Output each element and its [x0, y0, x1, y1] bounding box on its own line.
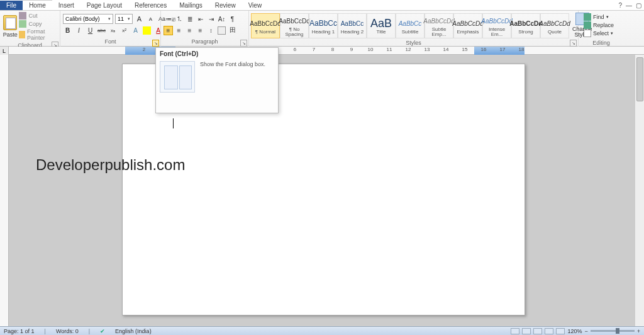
underline-button[interactable]: U [86, 26, 95, 35]
tab-mailings[interactable]: Mailings [173, 1, 209, 10]
italic-button[interactable]: I [74, 26, 84, 35]
strike-button[interactable]: abc [97, 26, 106, 35]
bold-button[interactable]: B [63, 26, 72, 35]
select-icon [584, 30, 591, 37]
style-item-strong[interactable]: AaBbCcDcStrong [511, 13, 540, 38]
style-item-subtitle[interactable]: AaBbCcSubtitle [396, 13, 425, 38]
numbering-button[interactable]: ⒈ [174, 14, 184, 24]
tab-insert[interactable]: Insert [52, 1, 80, 10]
group-paragraph: ≔ ⒈ ≣ ⇤ ⇥ A↕ ¶ ≡ ≡ ≡ ≡ ↕ 田 [161, 11, 249, 47]
shrink-font-button[interactable]: A [146, 14, 155, 24]
superscript-button[interactable]: x² [119, 26, 129, 35]
view-print-button[interactable] [511, 328, 519, 334]
paragraph-launcher[interactable]: ↘ [240, 40, 247, 47]
replace-icon [584, 21, 591, 29]
tab-page-layout[interactable]: Page Layout [80, 1, 128, 10]
font-name-combo[interactable]: Calibri (Body)▾ [63, 14, 113, 24]
tab-home[interactable]: Home [23, 0, 52, 10]
zoom-in-button[interactable]: + [637, 328, 640, 334]
font-name-value: Calibri (Body) [65, 16, 100, 22]
help-icon[interactable]: ? [618, 2, 622, 9]
style-item-heading-1[interactable]: AaBbCcHeading 1 [309, 13, 338, 38]
subscript-button[interactable]: x₂ [108, 26, 118, 35]
brush-icon [19, 31, 25, 38]
style-name-label: Quote [548, 30, 562, 35]
tab-review[interactable]: Review [209, 1, 242, 10]
paste-button[interactable]: Paste [3, 15, 18, 38]
style-item-heading-2[interactable]: AaBbCcHeading 2 [338, 13, 367, 38]
text-effects-button[interactable]: A [131, 26, 140, 35]
align-left-button[interactable]: ≡ [164, 26, 173, 35]
replace-button[interactable]: Replace [584, 21, 614, 29]
view-web-button[interactable] [533, 328, 542, 334]
decrease-indent-button[interactable]: ⇤ [196, 14, 205, 24]
style-name-label: ¶ No Spacing [280, 27, 308, 37]
shading-button[interactable] [217, 26, 226, 35]
vertical-scrollbar[interactable] [635, 55, 644, 326]
editing-group-label: Editing [592, 40, 610, 46]
style-preview: AaBbCc [341, 17, 364, 30]
view-outline-button[interactable] [545, 328, 553, 334]
style-preview: AaBbCcDd [539, 17, 570, 30]
chevron-down-icon: ▾ [108, 16, 111, 21]
increase-indent-button[interactable]: ⇥ [206, 14, 216, 24]
select-button[interactable]: Select▾ [584, 30, 614, 37]
find-button[interactable]: Find▾ [584, 13, 614, 21]
format-painter-button[interactable]: Format Painter [19, 28, 57, 41]
restore-icon[interactable]: ▢ [636, 2, 641, 9]
bullets-button[interactable]: ≔ [164, 14, 173, 24]
spellcheck-icon[interactable]: ✔ [100, 328, 105, 334]
tab-view[interactable]: View [242, 1, 269, 10]
ribbon-tabs: File Home Insert Page Layout References … [0, 0, 644, 11]
zoom-value[interactable]: 120% [567, 328, 582, 334]
align-right-button[interactable]: ≡ [185, 26, 194, 35]
align-center-button[interactable]: ≡ [174, 26, 184, 35]
grow-font-button[interactable]: A [135, 14, 144, 24]
font-size-combo[interactable]: 11▾ [115, 14, 133, 24]
status-words[interactable]: Words: 0 [56, 328, 79, 334]
zoom-slider[interactable] [591, 330, 635, 332]
style-name-label: Subtitle [402, 30, 419, 35]
tab-references[interactable]: References [128, 1, 173, 10]
style-name-label: Subtle Emp... [425, 27, 453, 37]
style-item--no-spacing[interactable]: AaBbCcDd¶ No Spacing [280, 13, 309, 38]
style-item-quote[interactable]: AaBbCcDdQuote [540, 13, 569, 38]
style-name-label: ¶ Normal [255, 30, 275, 35]
status-language[interactable]: English (India) [115, 328, 152, 334]
view-draft-button[interactable] [556, 328, 565, 334]
style-name-label: Heading 1 [312, 30, 335, 35]
justify-button[interactable]: ≡ [196, 26, 205, 35]
minimize-icon[interactable]: — [626, 2, 632, 9]
style-preview: AaBbCcDd [452, 17, 483, 30]
style-item-emphasis[interactable]: AaBbCcDdEmphasis [453, 13, 482, 38]
line-spacing-button[interactable]: ↕ [206, 26, 216, 35]
tooltip-preview-image [160, 61, 195, 93]
style-preview: AaBbCc [399, 17, 422, 30]
style-item--normal[interactable]: AaBbCcDd¶ Normal [251, 13, 280, 38]
tab-file[interactable]: File [0, 1, 23, 10]
font-launcher[interactable]: ↘ [152, 40, 159, 47]
styles-launcher[interactable]: ↘ [570, 40, 577, 47]
sort-button[interactable]: A↕ [217, 14, 226, 24]
zoom-slider-thumb[interactable] [616, 328, 619, 334]
group-clipboard: Paste Cut Copy Format Painter Clipboard↘ [0, 11, 60, 47]
copy-button[interactable]: Copy [19, 20, 57, 28]
font-size-value: 11 [118, 16, 124, 22]
view-reading-button[interactable] [522, 328, 531, 334]
style-item-title[interactable]: AaBTitle [367, 13, 396, 38]
status-page[interactable]: Page: 1 of 1 [4, 328, 35, 334]
highlight-button[interactable] [142, 26, 152, 35]
status-bar: Page: 1 of 1 | Words: 0 | ✔ English (Ind… [0, 326, 644, 335]
zoom-out-button[interactable]: − [584, 328, 587, 334]
show-marks-button[interactable]: ¶ [228, 14, 237, 24]
style-item-intense-em-[interactable]: AaBbCcDdIntense Em... [482, 13, 511, 38]
scrollbar-thumb[interactable] [636, 57, 643, 101]
font-dialog-tooltip: Font (Ctrl+D) Show the Font dialog box. [155, 47, 279, 113]
style-name-label: Heading 2 [341, 30, 364, 35]
text-cursor [173, 118, 174, 128]
cut-button[interactable]: Cut [19, 12, 57, 20]
style-item-subtle-emp-[interactable]: AaBbCcDdSubtle Emp... [425, 13, 453, 38]
borders-button[interactable]: 田 [228, 26, 237, 35]
paragraph-group-label: Paragraph [191, 38, 218, 45]
multilevel-button[interactable]: ≣ [185, 14, 194, 24]
